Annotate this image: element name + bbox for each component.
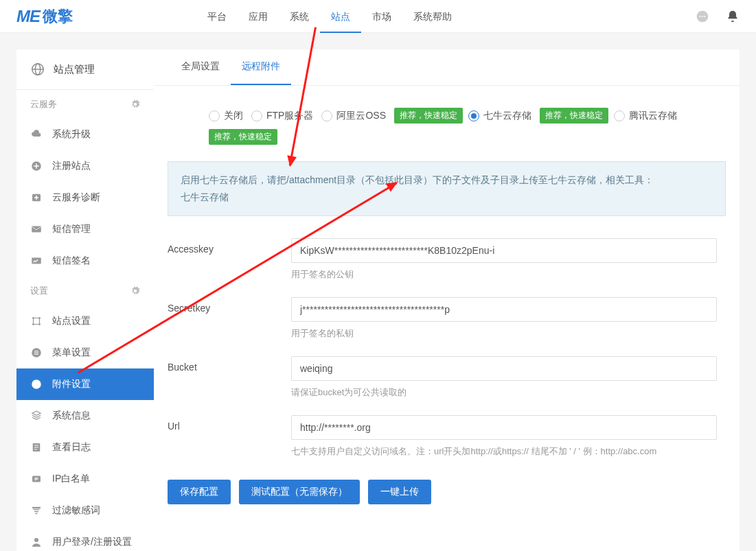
help-url: 七牛支持用户自定义访问域名。注：url开头加http://或https:// 结…	[291, 445, 726, 458]
label-url: Url	[168, 415, 291, 432]
help-secretkey: 用于签名的私钥	[291, 327, 726, 340]
svg-point-14	[38, 323, 41, 325]
logo-text: 微擎	[43, 6, 73, 27]
topnav-5[interactable]: 系统帮助	[402, 0, 463, 33]
logo: ME 微擎	[16, 6, 73, 27]
sign-icon	[30, 255, 43, 267]
tab-0[interactable]: 全局设置	[170, 49, 231, 85]
topnav-1[interactable]: 应用	[238, 0, 279, 33]
upload-button[interactable]: 一键上传	[368, 480, 431, 504]
topnav-3[interactable]: 站点	[320, 0, 361, 33]
sidebar-item-side1-2[interactable]: 云服务诊断	[16, 182, 154, 213]
sidebar-item-side2-7[interactable]: 用户登录/注册设置	[16, 526, 154, 551]
radio-icon	[251, 110, 262, 121]
globe-icon	[30, 62, 45, 77]
log-icon	[30, 441, 43, 454]
help-bucket: 请保证bucket为可公共读取的	[291, 386, 726, 399]
menu-icon	[30, 347, 43, 359]
ip-icon: IP	[30, 473, 43, 485]
logo-mark: ME	[16, 7, 40, 26]
chat-icon[interactable]	[696, 10, 709, 23]
topnav-4[interactable]: 市场	[361, 0, 402, 33]
radio-icon	[209, 110, 220, 121]
badge-recommended: 推荐，快速稳定	[540, 108, 608, 124]
topnav-0[interactable]: 平台	[196, 0, 238, 33]
info-box: 启用七牛云存储后，请把/attachment目录（不包括此目录）下的子文件及子目…	[168, 161, 726, 216]
svg-text:IP: IP	[34, 477, 38, 481]
sidebar-item-side1-1[interactable]: 注册站点	[16, 150, 154, 182]
info-text: 启用七牛云存储后，请把/attachment目录（不包括此目录）下的子文件及子目…	[181, 174, 654, 185]
sidebar-section-settings: 设置	[16, 277, 154, 305]
radio-0[interactable]: 关闭	[209, 110, 243, 122]
svg-point-11	[32, 317, 34, 319]
gear-icon[interactable]	[130, 99, 140, 109]
radio-1[interactable]: FTP服务器	[251, 110, 313, 122]
help-accesskey: 用于签名的公钥	[291, 268, 726, 281]
badge-recommended: 推荐，快速稳定	[394, 108, 463, 124]
input-secretkey[interactable]	[291, 297, 717, 322]
input-bucket[interactable]	[291, 356, 717, 381]
label-bucket: Bucket	[168, 356, 291, 373]
save-button[interactable]: 保存配置	[168, 480, 231, 504]
sidebar-item-side2-1[interactable]: 菜单设置	[16, 337, 154, 368]
sidebar-item-side1-3[interactable]: 短信管理	[16, 213, 154, 245]
radio-icon	[321, 110, 332, 121]
radio-3[interactable]: 七牛云存储	[468, 110, 531, 122]
radio-icon	[614, 110, 625, 121]
mail-icon	[30, 223, 43, 235]
user-icon	[30, 536, 43, 548]
diag-icon	[30, 191, 43, 204]
radio-icon	[468, 110, 479, 121]
sidebar-item-side1-4[interactable]: 短信签名	[16, 245, 154, 277]
svg-point-12	[38, 317, 41, 319]
attach-icon	[30, 378, 43, 390]
label-accesskey: Accesskey	[168, 238, 291, 255]
svg-rect-9	[32, 226, 41, 233]
svg-point-2	[702, 16, 703, 17]
sidebar-item-side2-4[interactable]: 查看日志	[16, 432, 154, 463]
sidebar-item-side1-0[interactable]: 系统升级	[16, 119, 154, 150]
cloud-icon	[30, 128, 43, 141]
plus-icon	[30, 160, 43, 172]
sidebar-item-side2-3[interactable]: 系统信息	[16, 400, 154, 432]
sidebar-section-cloud: 云服务	[16, 90, 154, 119]
info-link[interactable]: 七牛云存储	[181, 191, 229, 202]
label-secretkey: Secretkey	[168, 297, 291, 314]
sys-icon	[30, 410, 43, 422]
svg-point-13	[32, 323, 34, 325]
radio-2[interactable]: 阿里云OSS	[321, 110, 386, 122]
input-url[interactable]	[291, 415, 717, 440]
bell-icon[interactable]	[726, 10, 740, 23]
topnav-2[interactable]: 系统	[279, 0, 320, 33]
radio-4[interactable]: 腾讯云存储	[614, 110, 677, 122]
svg-point-1	[700, 16, 701, 17]
gear-icon[interactable]	[130, 286, 140, 296]
svg-point-3	[704, 16, 705, 17]
test-button[interactable]: 测试配置（无需保存）	[239, 480, 360, 504]
badge-recommended: 推荐，快速稳定	[209, 129, 277, 145]
sidebar-item-side2-6[interactable]: 过滤敏感词	[16, 495, 154, 526]
sidebar-item-side2-0[interactable]: 站点设置	[16, 305, 154, 337]
tab-1[interactable]: 远程附件	[231, 49, 291, 85]
filter-icon	[30, 504, 43, 517]
site-icon	[30, 315, 43, 327]
sidebar-item-side2-2[interactable]: 附件设置	[16, 368, 154, 400]
input-accesskey[interactable]	[291, 238, 717, 263]
svg-rect-20	[32, 507, 41, 508]
svg-point-21	[34, 538, 38, 542]
sidebar-title: 站点管理	[54, 63, 95, 76]
sidebar-item-side2-5[interactable]: IPIP白名单	[16, 463, 154, 495]
